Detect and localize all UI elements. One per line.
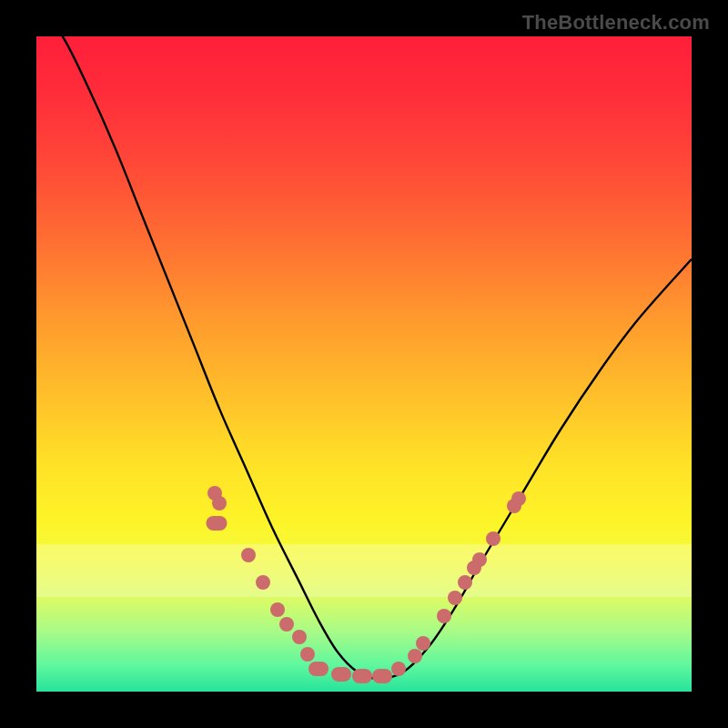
bottleneck-curve — [36, 36, 692, 692]
curve-marker — [256, 575, 270, 590]
plot-area — [36, 36, 692, 692]
curve-marker — [408, 649, 422, 663]
curve-marker — [486, 531, 500, 546]
curve-marker — [437, 609, 451, 623]
curve-marker — [212, 496, 227, 511]
curve-marker — [308, 662, 329, 676]
curve-marker — [458, 575, 472, 590]
curve-marker — [207, 516, 228, 531]
curve-marker — [352, 669, 372, 683]
curve-marker — [511, 491, 526, 506]
curve-marker — [241, 548, 256, 562]
curve-marker — [472, 552, 487, 567]
curve-path — [36, 36, 692, 679]
curve-marker — [331, 667, 351, 682]
curve-marker — [292, 630, 307, 644]
chart-frame: TheBottleneck.com — [0, 0, 728, 728]
curve-marker — [300, 647, 315, 662]
curve-marker — [270, 602, 285, 617]
curve-marker — [391, 662, 406, 676]
curve-marker — [279, 617, 294, 632]
watermark-text: TheBottleneck.com — [522, 11, 710, 35]
curve-marker — [416, 636, 430, 651]
curve-marker — [448, 591, 462, 605]
curve-marker — [372, 669, 392, 683]
